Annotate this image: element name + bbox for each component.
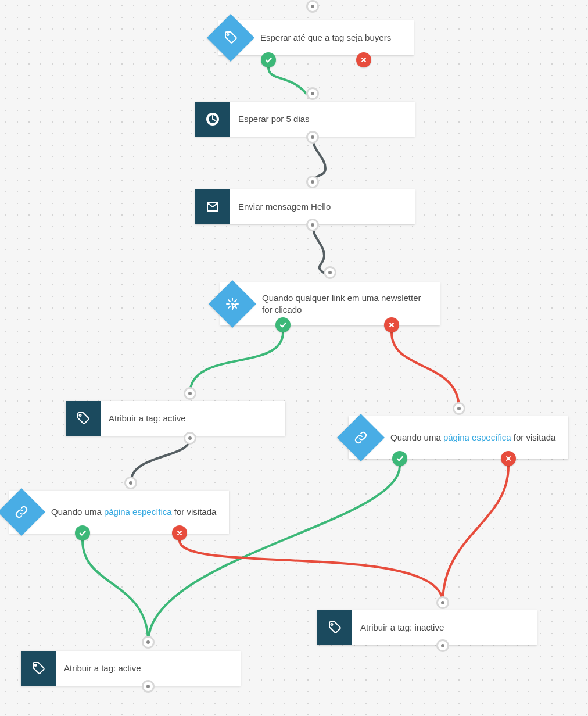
tag-icon bbox=[317, 610, 352, 645]
node-n3[interactable]: Enviar mensagem Hello bbox=[195, 189, 415, 224]
node-label: Atribuir a tag: inactive bbox=[352, 616, 537, 639]
close-icon[interactable] bbox=[356, 52, 371, 67]
tag-icon bbox=[207, 14, 254, 62]
port[interactable] bbox=[306, 176, 319, 188]
check-icon[interactable] bbox=[75, 525, 90, 540]
port[interactable] bbox=[306, 87, 319, 100]
edge bbox=[180, 540, 443, 603]
edge bbox=[131, 438, 190, 483]
link-icon bbox=[0, 488, 45, 536]
check-icon[interactable] bbox=[392, 451, 407, 466]
node-label: Quando uma página específica for visitad… bbox=[43, 500, 229, 524]
mail-icon bbox=[195, 189, 230, 224]
port[interactable] bbox=[306, 0, 319, 13]
link-text[interactable]: página específica bbox=[104, 507, 172, 517]
port[interactable] bbox=[142, 680, 155, 693]
node-n4[interactable]: Quando qualquer link em uma newsletter f… bbox=[220, 282, 440, 325]
node-n9[interactable]: Atribuir a tag: active bbox=[21, 651, 241, 686]
node-n2[interactable]: Esperar por 5 dias bbox=[195, 102, 415, 137]
node-label: Esperar por 5 dias bbox=[230, 108, 415, 131]
node-label: Quando qualquer link em uma newsletter f… bbox=[254, 287, 440, 322]
close-icon[interactable] bbox=[172, 525, 187, 540]
edge bbox=[190, 332, 283, 393]
close-icon[interactable] bbox=[384, 317, 399, 332]
link-icon bbox=[337, 414, 385, 461]
node-label: Atribuir a tag: active bbox=[101, 407, 285, 430]
port[interactable] bbox=[142, 636, 155, 649]
node-n8[interactable]: Atribuir a tag: inactive bbox=[317, 610, 537, 645]
node-label: Enviar mensagem Hello bbox=[230, 195, 415, 219]
edge bbox=[83, 540, 148, 642]
tag-icon bbox=[21, 651, 56, 686]
edge bbox=[313, 137, 325, 182]
clock-icon bbox=[195, 102, 230, 137]
edge bbox=[313, 225, 324, 273]
port[interactable] bbox=[306, 131, 319, 144]
port[interactable] bbox=[453, 402, 465, 415]
port[interactable] bbox=[436, 596, 449, 609]
node-label: Quando uma página específica for visitad… bbox=[382, 426, 568, 449]
workflow-canvas[interactable]: Esperar até que a tag seja buyersEsperar… bbox=[0, 0, 588, 716]
click-icon bbox=[209, 280, 256, 328]
node-n1[interactable]: Esperar até que a tag seja buyers bbox=[218, 20, 414, 55]
port[interactable] bbox=[306, 219, 319, 231]
port[interactable] bbox=[436, 639, 449, 652]
node-n5[interactable]: Atribuir a tag: active bbox=[66, 401, 285, 436]
edge bbox=[392, 332, 459, 409]
edge bbox=[443, 466, 508, 603]
node-label: Atribuir a tag: active bbox=[56, 657, 241, 680]
port[interactable] bbox=[324, 266, 336, 279]
port[interactable] bbox=[184, 432, 196, 445]
port[interactable] bbox=[184, 387, 196, 400]
port[interactable] bbox=[124, 477, 137, 489]
node-label: Esperar até que a tag seja buyers bbox=[252, 26, 414, 49]
node-n6[interactable]: Quando uma página específica for visitad… bbox=[349, 416, 568, 459]
tag-icon bbox=[66, 401, 101, 436]
check-icon[interactable] bbox=[275, 317, 291, 332]
edge bbox=[268, 67, 306, 94]
link-text[interactable]: página específica bbox=[443, 432, 511, 442]
check-icon[interactable] bbox=[261, 52, 276, 67]
node-n7[interactable]: Quando uma página específica for visitad… bbox=[9, 491, 229, 534]
close-icon[interactable] bbox=[501, 451, 516, 466]
